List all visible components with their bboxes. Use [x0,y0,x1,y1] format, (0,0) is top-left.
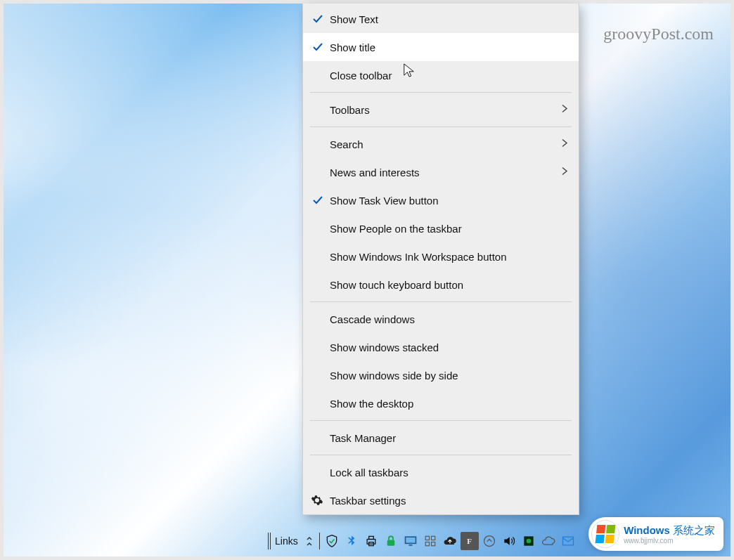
gear-icon [310,493,324,507]
watermark-brand: Windows [624,524,670,536]
menu-item-label: Show the desktop [330,398,413,410]
windows-logo-icon [591,520,619,548]
menu-item-label: Show People on the taskbar [330,223,462,235]
menu-separator [310,126,572,127]
bluetooth-icon[interactable] [342,532,361,550]
chevron-right-icon [560,103,569,117]
menu-item-label: Show windows side by side [330,370,458,382]
menu-item-label: News and interests [330,167,420,178]
toolbar-grip-icon[interactable] [268,533,271,549]
svg-rect-9 [425,542,429,546]
menu-item-lock-all-taskbars[interactable]: Lock all taskbars [303,458,579,486]
menu-item-show-windows-ink-workspace-button[interactable]: Show Windows Ink Workspace button [303,242,579,271]
links-toolbar-label[interactable]: Links [272,535,302,547]
menu-item-label: Show touch keyboard button [330,279,463,291]
svg-rect-6 [408,545,412,546]
display-icon[interactable] [401,532,420,550]
desktop[interactable]: groovyPost.com Show TextShow titleClose … [0,0,734,560]
menu-item-news-and-interests[interactable]: News and interests [303,158,579,186]
watermark-url: www.bjjmlv.com [624,538,715,545]
watermark-brand-suffix: 系统之家 [670,524,715,536]
menu-item-show-title[interactable]: Show title [303,33,579,61]
watermark-bottom: Windows 系统之家 www.bjjmlv.com [588,517,723,551]
menu-item-label: Close toolbar [330,70,392,82]
security-shield-icon[interactable] [323,532,341,550]
menu-item-label: Cascade windows [330,313,415,325]
cloud-sync-icon[interactable] [441,532,459,550]
menu-item-show-text[interactable]: Show Text [303,5,579,33]
svg-rect-0 [367,540,375,545]
menu-item-search[interactable]: Search [303,130,579,158]
menu-item-label: Show Windows Ink Workspace button [330,251,507,263]
menu-item-close-toolbar[interactable]: Close toolbar [303,61,579,89]
gpu-icon[interactable] [520,532,538,550]
lock-icon[interactable] [382,532,400,550]
menu-separator [310,301,572,302]
menu-item-show-task-view-button[interactable]: Show Task View button [303,186,579,214]
menu-item-show-windows-stacked[interactable]: Show windows stacked [303,333,579,361]
links-toolbar-chevron-icon[interactable] [304,535,316,547]
menu-item-label: Show title [330,41,375,53]
grid-app-icon[interactable] [421,532,439,550]
check-icon [311,41,324,53]
check-icon [311,13,324,25]
menu-item-cascade-windows[interactable]: Cascade windows [303,305,579,333]
svg-rect-8 [431,536,434,540]
menu-item-show-touch-keyboard-button[interactable]: Show touch keyboard button [303,271,579,299]
tray-divider [319,533,320,549]
svg-rect-3 [387,540,394,546]
system-tray[interactable]: Links F [268,528,577,554]
menu-item-label: Show Text [330,13,378,25]
menu-item-task-manager[interactable]: Task Manager [303,424,579,452]
svg-rect-1 [368,536,373,539]
watermark-top: groovyPost.com [603,25,714,44]
taskbar-context-menu[interactable]: Show TextShow titleClose toolbarToolbars… [302,4,579,515]
menu-item-label: Taskbar settings [330,495,406,507]
svg-rect-14 [562,537,573,545]
svg-rect-5 [406,538,415,543]
menu-separator [310,420,572,421]
volume-icon[interactable] [500,532,518,550]
svg-point-13 [526,539,531,544]
menu-item-label: Toolbars [330,104,370,116]
menu-item-label: Search [330,138,363,150]
menu-item-toolbars[interactable]: Toolbars [303,96,579,124]
menu-item-show-the-desktop[interactable]: Show the desktop [303,389,579,417]
menu-item-taskbar-settings[interactable]: Taskbar settings [303,486,579,514]
printer-icon[interactable] [362,532,380,550]
menu-item-show-people-on-the-taskbar[interactable]: Show People on the taskbar [303,214,579,242]
chevron-right-icon [560,138,569,151]
check-icon [311,194,324,207]
menu-item-label: Task Manager [330,432,396,444]
menu-separator [310,455,572,455]
svg-rect-10 [431,542,434,546]
mail-icon[interactable] [559,532,577,550]
svg-point-11 [484,536,494,547]
chevron-right-icon [560,166,569,179]
onedrive-icon[interactable] [539,532,558,550]
menu-item-label: Lock all taskbars [330,467,408,478]
svg-rect-7 [425,536,429,540]
f-app-icon[interactable]: F [461,532,479,550]
menu-item-label: Show Task View button [330,195,439,207]
menu-item-label: Show windows stacked [330,341,439,353]
menu-item-show-windows-side-by-side[interactable]: Show windows side by side [303,361,579,389]
menu-separator [310,92,572,93]
circle-up-icon[interactable] [480,532,498,550]
